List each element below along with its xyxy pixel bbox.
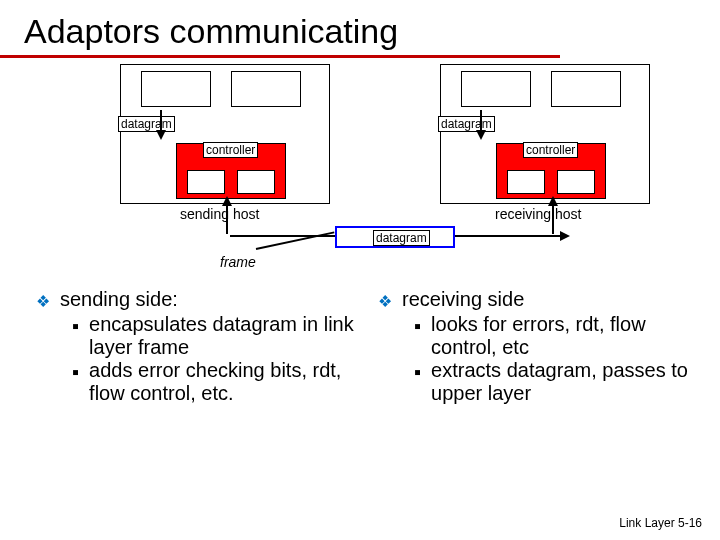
arrow-up-icon bbox=[552, 206, 554, 234]
controller-port bbox=[557, 170, 595, 194]
controller-box: controller bbox=[496, 143, 606, 199]
sending-host-label: sending host bbox=[180, 206, 259, 222]
frame-label: frame bbox=[220, 254, 256, 270]
slide-footer: Link Layer 5-16 bbox=[619, 516, 702, 530]
square-bullet-icon: ▪ bbox=[72, 361, 79, 405]
bullet-text: adds error checking bits, rdt, flow cont… bbox=[89, 359, 358, 405]
bullet-columns: ❖ sending side: ▪ encapsulates datagram … bbox=[0, 284, 720, 405]
right-column: ❖ receiving side ▪ looks for errors, rdt… bbox=[378, 288, 700, 405]
bullet-text: receiving side bbox=[402, 288, 524, 311]
controller-box: controller bbox=[176, 143, 286, 199]
arrow-up-icon bbox=[548, 196, 558, 206]
arrow-right-icon bbox=[560, 231, 570, 241]
arrow-down-icon bbox=[160, 110, 162, 130]
diamond-bullet-icon: ❖ bbox=[36, 292, 50, 311]
bullet-text: extracts datagram, passes to upper layer bbox=[431, 359, 700, 405]
link-line bbox=[455, 235, 560, 237]
bullet-lvl2: ▪ looks for errors, rdt, flow control, e… bbox=[414, 313, 700, 359]
square-bullet-icon: ▪ bbox=[414, 361, 421, 405]
diagram-area: controller datagram sending host control… bbox=[0, 64, 720, 284]
arrow-up-icon bbox=[222, 196, 232, 206]
upper-layer-box bbox=[551, 71, 621, 107]
bullet-lvl2: ▪ extracts datagram, passes to upper lay… bbox=[414, 359, 700, 405]
bullet-lvl1: ❖ sending side: bbox=[36, 288, 358, 311]
diamond-bullet-icon: ❖ bbox=[378, 292, 392, 311]
arrow-down-icon bbox=[156, 130, 166, 140]
datagram-label: datagram bbox=[438, 116, 495, 132]
bullet-text: sending side: bbox=[60, 288, 178, 311]
arrow-down-icon bbox=[476, 130, 486, 140]
square-bullet-icon: ▪ bbox=[414, 315, 421, 359]
bullet-lvl2: ▪ encapsulates datagram in link layer fr… bbox=[72, 313, 358, 359]
frame-datagram-label: datagram bbox=[373, 230, 430, 246]
upper-layer-box bbox=[231, 71, 301, 107]
controller-port bbox=[187, 170, 225, 194]
frame-box: datagram bbox=[335, 226, 455, 248]
controller-label: controller bbox=[203, 142, 258, 158]
upper-layer-box bbox=[461, 71, 531, 107]
arrow-up-icon bbox=[226, 206, 228, 234]
receiving-host-label: receiving host bbox=[495, 206, 581, 222]
arrow-down-icon bbox=[480, 110, 482, 130]
controller-port bbox=[237, 170, 275, 194]
datagram-label: datagram bbox=[118, 116, 175, 132]
slide-title: Adaptors communicating bbox=[0, 0, 560, 58]
receiving-host-box: controller bbox=[440, 64, 650, 204]
bullet-lvl1: ❖ receiving side bbox=[378, 288, 700, 311]
bullet-text: looks for errors, rdt, flow control, etc bbox=[431, 313, 700, 359]
sending-host-box: controller bbox=[120, 64, 330, 204]
controller-label: controller bbox=[523, 142, 578, 158]
upper-layer-box bbox=[141, 71, 211, 107]
controller-port bbox=[507, 170, 545, 194]
left-column: ❖ sending side: ▪ encapsulates datagram … bbox=[36, 288, 358, 405]
bullet-text: encapsulates datagram in link layer fram… bbox=[89, 313, 358, 359]
bullet-lvl2: ▪ adds error checking bits, rdt, flow co… bbox=[72, 359, 358, 405]
square-bullet-icon: ▪ bbox=[72, 315, 79, 359]
